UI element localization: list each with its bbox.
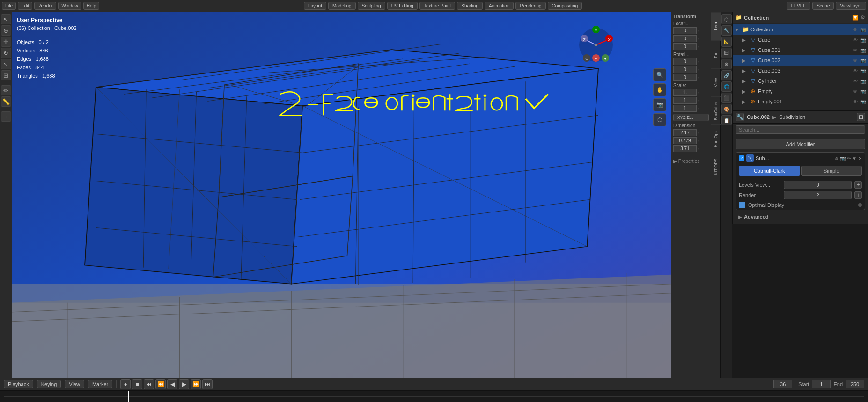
properties-collapse[interactable]: ▶ Properties: [673, 159, 709, 164]
outliner-item-empty001[interactable]: ▶ ⊕ Empty.001 👁 📷: [733, 96, 868, 107]
scale-z-input[interactable]: [673, 105, 697, 112]
outliner-render-btn[interactable]: 📷: [860, 88, 866, 95]
workspace-tab[interactable]: Rendering: [515, 2, 545, 10]
outliner-render-btn[interactable]: 📷: [860, 57, 866, 64]
outliner-item-collection[interactable]: ▼ 📁 Collection 👁 📷: [733, 24, 868, 35]
marker-menu-button[interactable]: Marker: [88, 380, 112, 388]
engine-selector[interactable]: EEVEE: [787, 2, 810, 10]
start-frame-input[interactable]: [812, 380, 831, 388]
outliner-item-empty[interactable]: ▶ ⊕ Empty 👁 📷: [733, 86, 868, 96]
outliner-visibility-btn[interactable]: 👁: [852, 98, 859, 105]
outliner-item-cube002[interactable]: ▶ ▽ Cube.002 👁 📷: [733, 55, 868, 66]
location-x-input[interactable]: [673, 27, 697, 34]
workspace-tab[interactable]: UV Editing: [387, 2, 418, 10]
outliner-render-btn[interactable]: 📷: [860, 37, 866, 43]
outliner-item-cube[interactable]: ▶ ▽ Cube 👁 📷: [733, 35, 868, 45]
outliner-visibility-btn[interactable]: 👁: [852, 37, 859, 43]
viewport-3d[interactable]: User Perspective (36) Collection | Cube.…: [12, 12, 671, 378]
view-menu-button[interactable]: View: [65, 380, 84, 388]
render-value[interactable]: 2: [784, 191, 852, 199]
workspace-tab[interactable]: Layout: [304, 2, 326, 10]
stop-button[interactable]: ■: [132, 379, 142, 389]
outliner-visibility-btn[interactable]: 👁: [852, 88, 859, 95]
simple-button[interactable]: Simple: [801, 166, 862, 176]
move-tool-button[interactable]: ✛: [1, 37, 11, 47]
vert-icon-8[interactable]: ⬛: [721, 93, 732, 103]
vert-icon-3[interactable]: 📐: [721, 37, 732, 47]
workspace-tab[interactable]: Shading: [457, 2, 483, 10]
modifier-expand-icon[interactable]: ▼: [852, 156, 857, 161]
view-zoom-button[interactable]: 🔍: [653, 68, 666, 81]
select-tool-button[interactable]: ↖: [1, 14, 11, 24]
levels-view-plus[interactable]: +: [854, 181, 862, 189]
layer-selector[interactable]: ViewLayer: [836, 2, 866, 10]
timeline-track[interactable]: [0, 391, 868, 402]
outliner-filter-icon[interactable]: 🔽: [852, 15, 859, 21]
step-back-button[interactable]: ◀: [167, 379, 177, 389]
vert-icon-4[interactable]: 🎞: [721, 48, 732, 58]
render-plus[interactable]: +: [854, 191, 862, 199]
outliner-visibility-btn[interactable]: 👁: [852, 26, 859, 33]
outliner-item-noon[interactable]: ▶ ▽ Noon 👁 📷: [733, 107, 868, 110]
catmull-clark-button[interactable]: Catmull-Clark: [739, 166, 800, 176]
add-modifier-button[interactable]: Add Modifier: [736, 139, 865, 149]
rotation-y-input[interactable]: [673, 66, 697, 73]
top-menu-item[interactable]: Help: [83, 2, 100, 10]
vert-icon-1[interactable]: ⬡: [721, 14, 732, 24]
dim-y-input[interactable]: [673, 137, 697, 144]
workspace-tab[interactable]: Texture Paint: [419, 2, 455, 10]
copy-modifier-icon[interactable]: ⊞: [857, 113, 865, 121]
outliner-render-btn[interactable]: 📷: [860, 98, 866, 105]
workspace-tab[interactable]: Animation: [485, 2, 514, 10]
view-pan-button[interactable]: ✋: [653, 83, 666, 96]
workspace-tab[interactable]: Sculpting: [358, 2, 385, 10]
prev-keyframe-button[interactable]: ⏪: [155, 379, 166, 389]
view-render-button[interactable]: ⬡: [653, 113, 666, 126]
dim-x-input[interactable]: [673, 129, 697, 136]
jump-start-button[interactable]: ⏮: [144, 379, 154, 389]
side-tab-view[interactable]: View: [711, 68, 721, 96]
optimal-display-checkbox[interactable]: [739, 202, 745, 208]
outliner-render-btn[interactable]: 📷: [860, 47, 866, 53]
location-y-input[interactable]: [673, 35, 697, 42]
side-tab-boxcutter[interactable]: BoxCutter: [711, 96, 721, 124]
measure-tool-button[interactable]: 📏: [1, 96, 11, 107]
side-tab-kitops[interactable]: KIT OPS: [711, 153, 721, 181]
modifier-enabled-checkbox[interactable]: ✓: [739, 155, 744, 161]
rotate-tool-button[interactable]: ↻: [1, 48, 11, 58]
end-frame-input[interactable]: [846, 380, 864, 388]
jump-end-button[interactable]: ⏭: [202, 379, 213, 389]
scene-selector[interactable]: Scene: [812, 2, 834, 10]
workspace-tab[interactable]: Modeling: [328, 2, 356, 10]
cursor-tool-button[interactable]: ⊕: [1, 25, 11, 36]
outliner-visibility-btn[interactable]: 👁: [852, 47, 859, 53]
step-fwd-button[interactable]: ⏩: [191, 379, 201, 389]
workspace-tab[interactable]: Compositing: [548, 2, 582, 10]
top-menu-item[interactable]: File: [2, 2, 16, 10]
levels-view-value[interactable]: 0: [784, 181, 852, 189]
side-tab-tool[interactable]: Tool: [711, 40, 721, 68]
axis-gizmo[interactable]: X Y Z ⊙ ● ●: [577, 26, 615, 64]
modifier-close-icon[interactable]: ✕: [858, 156, 862, 161]
search-input[interactable]: [736, 125, 865, 134]
top-menu-item[interactable]: Window: [58, 2, 81, 10]
keying-menu-button[interactable]: Keying: [37, 380, 61, 388]
modifier-render-icon[interactable]: 📷: [840, 156, 846, 161]
scale-tool-button[interactable]: ⤡: [1, 59, 11, 69]
outliner-item-cube003[interactable]: ▶ ▽ Cube.003 👁 📷: [733, 66, 868, 76]
outliner-visibility-btn[interactable]: 👁: [852, 67, 859, 74]
side-tab-hardops[interactable]: HardOps: [711, 124, 721, 153]
side-tab-item[interactable]: Item: [711, 12, 721, 40]
play-button[interactable]: ▶: [179, 379, 189, 389]
vert-icon-7[interactable]: 🌐: [721, 81, 732, 92]
outliner-render-btn[interactable]: 📷: [860, 67, 866, 74]
modifier-realtime-icon[interactable]: 🖥: [834, 156, 839, 161]
top-menu-item[interactable]: Render: [34, 2, 56, 10]
vert-icon-2[interactable]: 🔧: [721, 25, 732, 36]
vert-icon-5[interactable]: ⚙: [721, 59, 732, 69]
add-object-button[interactable]: +: [1, 111, 11, 122]
top-menu-item[interactable]: Edit: [18, 2, 32, 10]
outliner-item-cube001[interactable]: ▶ ▽ Cube.001 👁 📷: [733, 45, 868, 55]
outliner-visibility-btn[interactable]: 👁: [852, 78, 859, 84]
view-camera-button[interactable]: 📷: [653, 98, 666, 111]
